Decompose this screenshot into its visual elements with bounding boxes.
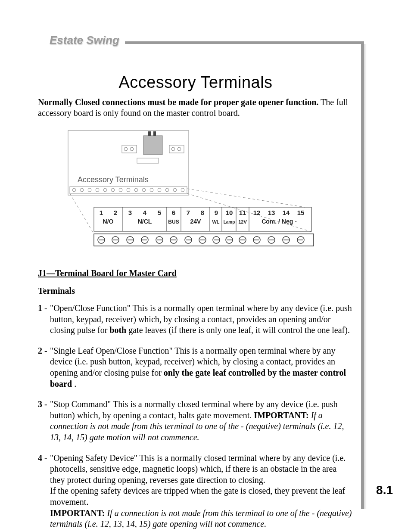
terminal-list: 1 - "Open/Close Function" This is a norm…	[38, 303, 353, 530]
terminal-item-3: 3 - "Stop Command" This is a normally cl…	[38, 399, 353, 443]
svg-point-82	[134, 188, 138, 192]
svg-rect-10	[137, 158, 159, 163]
svg-point-6	[177, 147, 181, 151]
svg-text:1: 1	[100, 209, 103, 216]
diagram-terminal-numbers: 1 2 3 4 5 6 7 8 9 10 11 12 13 14 15	[100, 209, 305, 216]
svg-text:3: 3	[128, 209, 132, 216]
svg-point-80	[119, 188, 122, 192]
svg-text:N/O: N/O	[103, 218, 114, 225]
svg-point-77	[96, 188, 99, 192]
svg-text:24V: 24V	[190, 218, 202, 225]
brand-logo-text: Estate Swing	[50, 34, 119, 47]
svg-text:7: 7	[187, 209, 190, 216]
terminal-diagram: Accessory Terminals	[64, 126, 331, 255]
svg-point-87	[173, 188, 177, 192]
svg-text:13: 13	[268, 209, 275, 216]
intro-paragraph: Normally Closed connections must be made…	[38, 97, 353, 118]
right-margin-rule	[361, 44, 364, 509]
svg-point-2	[124, 147, 128, 151]
svg-point-86	[165, 188, 169, 192]
svg-point-5	[171, 147, 175, 151]
svg-point-83	[142, 188, 146, 192]
diagram-group-labels: N/O N/CL BUS 24V WL Lamp 12V Com. / Neg …	[103, 218, 297, 225]
svg-text:6: 6	[172, 209, 175, 216]
svg-rect-0	[68, 131, 189, 195]
svg-text:5: 5	[158, 209, 161, 216]
terminal-body: "Single Leaf Open/Close Function" This i…	[50, 345, 353, 389]
page-title: Accessory Terminals	[38, 73, 353, 92]
page-number: 8.1	[376, 483, 393, 497]
svg-rect-8	[148, 131, 151, 136]
diagram-block-label: Accessory Terminals	[78, 175, 149, 184]
svg-text:12V: 12V	[238, 219, 247, 224]
svg-text:10: 10	[226, 209, 233, 216]
svg-text:4: 4	[143, 209, 147, 216]
svg-text:15: 15	[297, 209, 305, 216]
header-rule	[125, 41, 364, 44]
svg-text:WL: WL	[212, 219, 219, 224]
svg-text:Com. / Neg -: Com. / Neg -	[262, 218, 297, 225]
diagram-screw-row	[98, 236, 304, 243]
terminal-item-1: 1 - "Open/Close Function" This is a norm…	[38, 303, 353, 336]
terminal-number: 3 -	[38, 399, 50, 443]
svg-point-79	[111, 188, 115, 192]
svg-text:12: 12	[253, 209, 261, 216]
svg-point-75	[80, 188, 84, 192]
svg-text:N/CL: N/CL	[138, 218, 152, 225]
svg-rect-11	[70, 187, 187, 193]
svg-point-78	[103, 188, 107, 192]
svg-point-88	[181, 188, 184, 192]
svg-point-76	[88, 188, 91, 192]
terminals-subheading: Terminals	[38, 286, 353, 296]
svg-text:9: 9	[215, 209, 218, 216]
svg-point-81	[127, 188, 130, 192]
terminal-item-4: 4 - "Opening Safety Device" This is a no…	[38, 453, 353, 530]
section-heading: J1—Terminal Board for Master Card	[38, 268, 353, 278]
terminal-body: "Stop Command" This is a normally closed…	[50, 399, 353, 443]
svg-rect-9	[153, 131, 156, 136]
page-content: Accessory Terminals Normally Closed conn…	[38, 73, 353, 532]
terminal-number: 1 -	[38, 303, 50, 336]
svg-text:BUS: BUS	[168, 219, 179, 225]
svg-point-84	[150, 188, 153, 192]
intro-bold: Normally Closed connections must be made…	[38, 97, 318, 107]
terminal-body: "Opening Safety Device" This is a normal…	[50, 453, 353, 530]
svg-text:11: 11	[239, 209, 246, 216]
svg-text:14: 14	[283, 209, 290, 216]
svg-rect-7	[143, 136, 162, 155]
svg-point-74	[72, 188, 76, 192]
svg-point-85	[158, 188, 161, 192]
svg-text:8: 8	[201, 209, 204, 216]
terminal-item-2: 2 - "Single Leaf Open/Close Function" Th…	[38, 345, 353, 389]
terminal-number: 2 -	[38, 345, 50, 389]
svg-point-3	[130, 147, 134, 151]
svg-text:2: 2	[114, 209, 117, 216]
terminal-number: 4 -	[38, 453, 50, 530]
terminal-body: "Open/Close Function" This is a normally…	[50, 303, 353, 336]
svg-text:Lamp: Lamp	[224, 220, 235, 224]
